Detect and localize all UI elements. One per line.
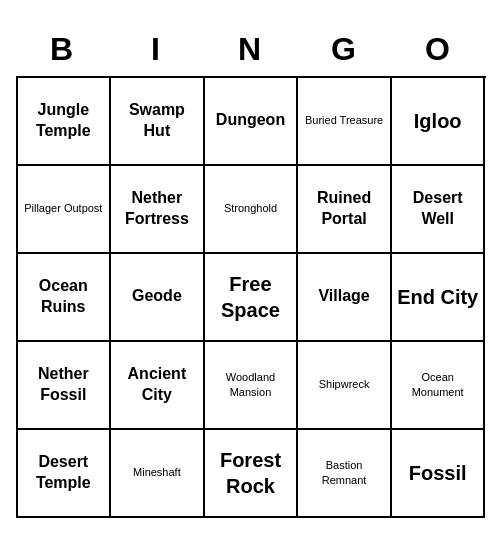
bingo-cell-text-10: Ocean Ruins — [22, 276, 106, 318]
bingo-cell-19: Ocean Monument — [392, 342, 486, 430]
bingo-header-o: O — [392, 27, 486, 72]
bingo-cell-text-14: End City — [397, 284, 478, 310]
bingo-cell-11: Geode — [111, 254, 205, 342]
bingo-cell-5: Pillager Outpost — [18, 166, 112, 254]
bingo-cell-4: Igloo — [392, 78, 486, 166]
bingo-cell-text-18: Shipwreck — [319, 377, 370, 391]
bingo-cell-text-1: Swamp Hut — [115, 100, 199, 142]
bingo-cell-text-3: Buried Treasure — [305, 113, 383, 127]
bingo-cell-text-21: Mineshaft — [133, 465, 181, 479]
bingo-cell-22: Forest Rock — [205, 430, 299, 518]
bingo-cell-0: Jungle Temple — [18, 78, 112, 166]
bingo-cell-14: End City — [392, 254, 486, 342]
bingo-cell-text-17: Woodland Mansion — [209, 370, 293, 399]
bingo-cell-text-24: Fossil — [409, 460, 467, 486]
bingo-cell-16: Ancient City — [111, 342, 205, 430]
bingo-cell-text-16: Ancient City — [115, 364, 199, 406]
bingo-cell-text-7: Stronghold — [224, 201, 277, 215]
bingo-cell-10: Ocean Ruins — [18, 254, 112, 342]
bingo-cell-17: Woodland Mansion — [205, 342, 299, 430]
bingo-cell-23: Bastion Remnant — [298, 430, 392, 518]
bingo-cell-15: Nether Fossil — [18, 342, 112, 430]
bingo-cell-text-0: Jungle Temple — [22, 100, 106, 142]
bingo-cell-13: Village — [298, 254, 392, 342]
bingo-cell-text-4: Igloo — [414, 108, 462, 134]
bingo-cell-2: Dungeon — [205, 78, 299, 166]
bingo-cell-text-20: Desert Temple — [22, 452, 106, 494]
bingo-cell-text-8: Ruined Portal — [302, 188, 386, 230]
bingo-cell-text-23: Bastion Remnant — [302, 458, 386, 487]
bingo-cell-text-22: Forest Rock — [209, 447, 293, 499]
bingo-header-g: G — [298, 27, 392, 72]
bingo-cell-text-2: Dungeon — [216, 110, 285, 131]
bingo-cell-8: Ruined Portal — [298, 166, 392, 254]
bingo-card: BINGO Jungle TempleSwamp HutDungeonBurie… — [16, 27, 486, 518]
bingo-cell-7: Stronghold — [205, 166, 299, 254]
bingo-cell-12: Free Space — [205, 254, 299, 342]
bingo-cell-24: Fossil — [392, 430, 486, 518]
bingo-cell-18: Shipwreck — [298, 342, 392, 430]
bingo-cell-text-12: Free Space — [209, 271, 293, 323]
bingo-header-n: N — [204, 27, 298, 72]
bingo-cell-20: Desert Temple — [18, 430, 112, 518]
bingo-cell-text-11: Geode — [132, 286, 182, 307]
bingo-header: BINGO — [16, 27, 486, 72]
bingo-cell-1: Swamp Hut — [111, 78, 205, 166]
bingo-cell-6: Nether Fortress — [111, 166, 205, 254]
bingo-cell-21: Mineshaft — [111, 430, 205, 518]
bingo-cell-text-15: Nether Fossil — [22, 364, 106, 406]
bingo-header-i: I — [110, 27, 204, 72]
bingo-cell-text-13: Village — [318, 286, 369, 307]
bingo-cell-3: Buried Treasure — [298, 78, 392, 166]
bingo-grid: Jungle TempleSwamp HutDungeonBuried Trea… — [16, 76, 486, 518]
bingo-cell-text-6: Nether Fortress — [115, 188, 199, 230]
bingo-cell-text-9: Desert Well — [396, 188, 480, 230]
bingo-cell-text-5: Pillager Outpost — [24, 201, 102, 215]
bingo-cell-text-19: Ocean Monument — [396, 370, 480, 399]
bingo-cell-9: Desert Well — [392, 166, 486, 254]
bingo-header-b: B — [16, 27, 110, 72]
